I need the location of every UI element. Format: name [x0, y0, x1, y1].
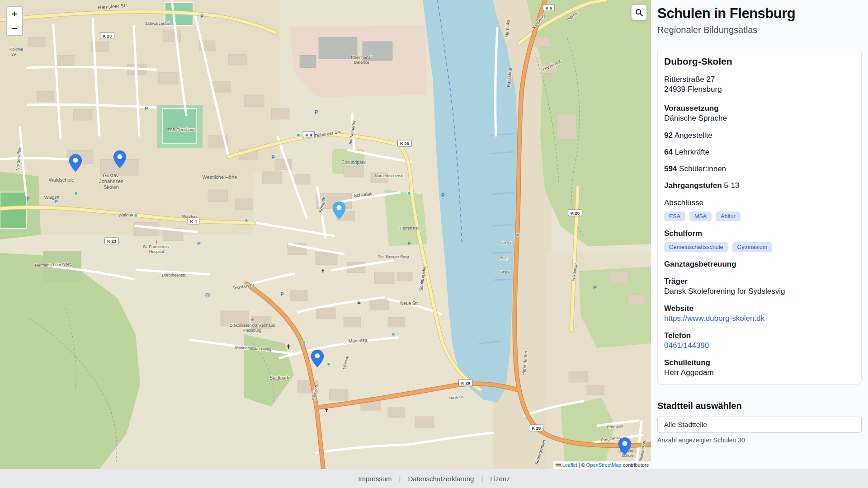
- map-label: Norderfischerstr.: [375, 174, 405, 178]
- stat-line: 92 Angestellte: [664, 131, 855, 141]
- school-name: Duborg-Skolen: [664, 56, 855, 67]
- map[interactable]: PPPPPPPPPPP ✝✝✝✡++Ⓗ Harrisleer Str.Schwa…: [0, 0, 651, 469]
- leaflet-link[interactable]: Leaflet: [562, 462, 577, 468]
- map-poi-symbol: +: [250, 316, 254, 323]
- parking-icon: P: [197, 241, 200, 246]
- map-label: Defence: [354, 60, 369, 65]
- map-label: Dorotheenstr.: [162, 273, 186, 277]
- parking-icon: P: [271, 155, 274, 160]
- ukraine-flag-icon: [556, 464, 561, 467]
- map-poi-symbol: ✝: [286, 343, 291, 350]
- map-label: St. Franziskus-: [143, 244, 170, 249]
- district-select[interactable]: Alle Stadtteile: [657, 417, 862, 433]
- footer-link[interactable]: Impressum: [358, 475, 392, 483]
- zoom-in-button[interactable]: +: [7, 7, 22, 21]
- attribution-contributors: contributors: [621, 462, 649, 468]
- parking-icon: P: [315, 109, 318, 115]
- bus-stop-icon: [134, 214, 137, 217]
- website-label: Website: [664, 304, 855, 314]
- bus-stop-icon: [245, 219, 248, 222]
- search-icon: [635, 9, 643, 17]
- map-label: Oluf-Samson-Gang: [378, 254, 409, 258]
- map-label: Steg 6: [499, 270, 510, 274]
- bus-stop-icon: [302, 341, 305, 344]
- map-zoom-control: + −: [6, 6, 23, 36]
- map-label: Neue Str.: [400, 301, 419, 306]
- parking-icon: P: [26, 196, 29, 202]
- school-marker[interactable]: [113, 150, 127, 169]
- map-label: Steg: [500, 256, 507, 260]
- page-title: Schulen in Flensburg: [657, 5, 862, 22]
- ganztag-label: Ganztagsbetreuung: [664, 259, 855, 269]
- bus-stop-icon: [392, 333, 395, 336]
- map-poi-symbol: Ⓗ: [205, 293, 210, 298]
- parking-icon: P: [145, 106, 148, 111]
- telefon-label: Telefon: [664, 331, 855, 341]
- road-ref-badge: K 6: [546, 5, 552, 10]
- road-ref-badge: K 4: [190, 219, 198, 224]
- selected-school-marker[interactable]: [332, 201, 346, 220]
- bus-stop-icon: [516, 234, 519, 236]
- map-label: Westliche Höhe: [203, 174, 237, 180]
- map-label: Collundpark: [341, 160, 366, 165]
- school-marker[interactable]: [69, 154, 82, 172]
- road-ref-badge: K 20: [571, 211, 580, 216]
- map-label: Schwarzental: [145, 21, 170, 26]
- road-ref-badge: K 28: [532, 426, 541, 431]
- stat-line: 594 Schüler:innen: [664, 164, 855, 174]
- school-marker[interactable]: [311, 349, 324, 368]
- parking-icon: P: [280, 291, 283, 297]
- footer-link[interactable]: Datenschutzerklärung: [408, 475, 474, 483]
- map-label: Gustav: [103, 173, 119, 178]
- map-label: Waldschule: [49, 177, 74, 183]
- road-ref-badge: K 29: [461, 380, 470, 385]
- school-address-line2: 24939 Flensburg: [664, 84, 855, 94]
- school-address-line1: Ritterstraße 27: [664, 75, 855, 84]
- map-label: TSB Flensburg: [167, 127, 194, 132]
- osm-link[interactable]: OpenStreetMap: [586, 462, 622, 468]
- map-label: Waldstr.: [118, 212, 135, 217]
- footer-separator: |: [399, 475, 401, 483]
- map-label: Hospital: [149, 249, 164, 254]
- map-canvas: PPPPPPPPPPP ✝✝✝✡++Ⓗ Harrisleer Str.Schwa…: [0, 0, 651, 469]
- website-link[interactable]: https://www.duborg-skolen.dk: [664, 314, 764, 323]
- map-pin-icon: [311, 349, 324, 368]
- footer-link[interactable]: Lizenz: [490, 475, 509, 483]
- abschluss-badge: ESA: [664, 211, 685, 221]
- copyright-symbol: ©: [581, 462, 585, 468]
- map-label: Marienstr.: [349, 338, 368, 343]
- map-pin-icon: [69, 154, 82, 172]
- voraussetzung-value: Dänische Sprache: [664, 113, 855, 123]
- schulleitung-label: Schulleitung: [664, 358, 855, 368]
- map-label: Herrenstall: [400, 226, 420, 230]
- footer-separator: |: [481, 475, 483, 483]
- school-detail-card: Duborg-Skolen Ritterstraße 27 24939 Flen…: [657, 49, 862, 385]
- map-label: Waldstr.: [44, 194, 61, 200]
- road-ref-badge: K 9: [306, 132, 312, 137]
- school-stats: 92 Angestellte64 Lehrkräfte594 Schüler:i…: [664, 131, 855, 174]
- map-pin-icon: [113, 150, 127, 169]
- telefon-link[interactable]: 0461/144390: [664, 341, 709, 350]
- abschluesse-chips: ESAMSAAbitur: [664, 211, 855, 221]
- abschluss-badge: Abitur: [716, 211, 741, 221]
- panel-divider: [651, 391, 868, 391]
- zoom-out-button[interactable]: −: [7, 21, 22, 35]
- road-ref-badge: K 20: [400, 141, 409, 146]
- traeger-label: Träger: [664, 277, 855, 286]
- parking-icon: P: [407, 241, 410, 246]
- parking-icon: P: [441, 192, 444, 198]
- app-window: PPPPPPPPPPP ✝✝✝✡++Ⓗ Harrisleer Str.Schwa…: [0, 0, 868, 469]
- jahrgang-line: Jahrgangstufen 5-13: [664, 181, 855, 191]
- search-button[interactable]: [631, 5, 647, 20]
- road-ref-badge: K 23: [103, 33, 112, 38]
- bus-stop-icon: [75, 192, 77, 195]
- map-poi-symbol: ✡: [357, 300, 361, 305]
- road-ref-badge: K 23: [107, 239, 116, 244]
- schulform-badge: Gemeinschaftsschule: [664, 242, 728, 252]
- map-label: Flensburg: [243, 328, 261, 333]
- attribution-separator: |: [579, 462, 580, 468]
- school-marker[interactable]: [618, 437, 632, 455]
- parking-icon: P: [200, 14, 203, 19]
- abschluss-badge: MSA: [689, 211, 712, 221]
- stat-line: 64 Lehrkräfte: [664, 147, 855, 157]
